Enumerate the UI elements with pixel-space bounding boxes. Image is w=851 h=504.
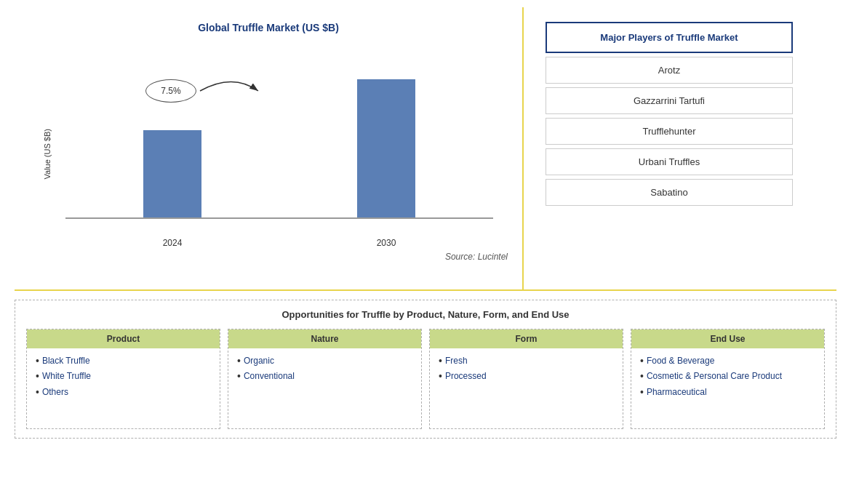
bar-2024 [143, 130, 201, 217]
annotation-text: 7.5% [161, 86, 180, 96]
player-item-0: Arotz [546, 57, 793, 84]
opportunities-title: Opportunities for Truffle by Product, Na… [26, 309, 825, 320]
nature-item-1: • Conventional [237, 371, 412, 382]
bar-group-2030 [357, 79, 415, 217]
chart-bars-container [65, 44, 493, 219]
product-item-1: • White Truffle [36, 371, 211, 382]
player-item-3: Urbani Truffles [546, 148, 793, 175]
players-title: Major Players of Truffle Market [546, 22, 793, 53]
bar-label-2024: 2024 [163, 238, 183, 248]
category-form-content: • Fresh • Processed [430, 348, 623, 428]
top-section: Global Truffle Market (US $B) Value (US … [15, 7, 836, 291]
categories-row: Product • Black Truffle • White Truffle … [26, 329, 825, 429]
product-item-2: • Others [36, 387, 211, 398]
nature-item-0: • Organic [237, 356, 412, 367]
player-item-1: Gazzarrini Tartufi [546, 87, 793, 114]
source-text: Source: Lucintel [29, 252, 508, 262]
chart-title: Global Truffle Market (US $B) [29, 22, 508, 33]
bar-label-2030: 2030 [377, 238, 396, 248]
bar-2030 [357, 79, 415, 217]
bottom-section: Opportunities for Truffle by Product, Na… [15, 300, 836, 439]
annotation-arrow [196, 80, 262, 102]
chart-section: Global Truffle Market (US $B) Value (US … [15, 7, 524, 289]
form-item-1: • Processed [439, 371, 614, 382]
category-form: Form • Fresh • Processed [429, 329, 623, 429]
players-section: Major Players of Truffle Market Arotz Ga… [524, 7, 815, 289]
category-nature-header: Nature [228, 329, 421, 348]
enduse-item-1: • Cosmetic & Personal Care Product [640, 371, 815, 382]
player-item-4: Sabatino [546, 179, 793, 206]
category-enduse: End Use • Food & Beverage • Cosmetic & P… [631, 329, 825, 429]
category-product: Product • Black Truffle • White Truffle … [26, 329, 220, 429]
form-item-0: • Fresh [439, 356, 614, 367]
enduse-item-0: • Food & Beverage [640, 356, 815, 367]
category-nature-content: • Organic • Conventional [228, 348, 421, 428]
chart-area: Value (US $B) 2024 2030 [29, 44, 508, 248]
players-list: Arotz Gazzarrini Tartufi Trufflehunter U… [546, 57, 793, 206]
enduse-item-2: • Pharmaceutical [640, 387, 815, 398]
category-enduse-header: End Use [631, 329, 824, 348]
main-container: Global Truffle Market (US $B) Value (US … [0, 0, 851, 504]
category-product-content: • Black Truffle • White Truffle • Others [27, 348, 220, 428]
category-enduse-content: • Food & Beverage • Cosmetic & Personal … [631, 348, 824, 428]
annotation-group: 7.5% [145, 79, 262, 103]
category-product-header: Product [27, 329, 220, 348]
y-axis-label: Value (US $B) [43, 129, 52, 180]
category-form-header: Form [430, 329, 623, 348]
bar-group-2024 [143, 130, 201, 217]
category-nature: Nature • Organic • Conventional [228, 329, 422, 429]
product-item-0: • Black Truffle [36, 356, 211, 367]
annotation-oval: 7.5% [145, 79, 196, 103]
player-item-2: Trufflehunter [546, 118, 793, 145]
